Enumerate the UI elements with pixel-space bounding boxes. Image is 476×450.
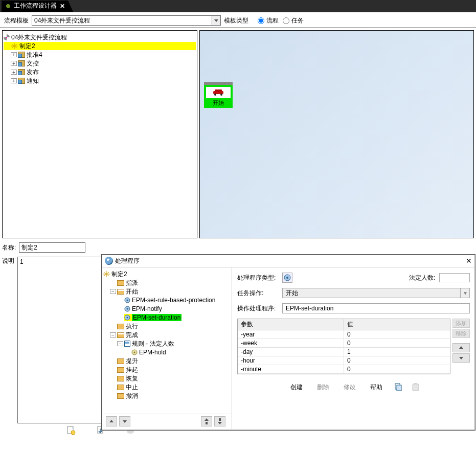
svg-point-25 — [134, 352, 135, 353]
tree-rule[interactable]: − 规则 - 法定人数 — [103, 340, 231, 348]
gear-icon — [124, 297, 130, 303]
collapse-icon[interactable]: − — [110, 289, 116, 294]
tree-handler[interactable]: EPM-hold — [103, 348, 231, 356]
row-down-button[interactable] — [452, 353, 470, 363]
table-row[interactable]: -minute0 — [238, 365, 450, 374]
tree-folder-open[interactable]: − 完成 — [103, 331, 231, 339]
tree-handler[interactable]: EPM-set-rule-based-protection — [103, 296, 231, 304]
insert-after-button[interactable] — [214, 416, 225, 426]
handler-input[interactable] — [282, 303, 470, 313]
help-button[interactable]: 帮助 — [367, 381, 386, 393]
remove-button[interactable]: 移除 — [452, 329, 470, 338]
tree-folder[interactable]: 提升 — [103, 357, 231, 365]
cell-param: -hour — [238, 356, 344, 365]
tree-folder[interactable]: 挂起 — [103, 366, 231, 374]
tree-item[interactable]: + 文控 — [4, 59, 196, 68]
folder-label: 中止 — [126, 383, 138, 392]
description-textarea[interactable]: 1 — [17, 257, 106, 423]
handler-label: 操作处理程序: — [237, 304, 278, 313]
tree-folder[interactable]: 执行 — [103, 322, 231, 330]
task-op-value: 开始 — [282, 288, 461, 298]
folder-icon — [117, 385, 124, 390]
folder-icon — [117, 367, 124, 373]
quorum-label: 法定人数: — [409, 274, 435, 282]
tree-item-label: 制定2 — [19, 42, 35, 51]
copy-icon[interactable] — [394, 382, 403, 392]
table-row[interactable]: -year0 — [238, 330, 450, 339]
handler-dialog: 处理程序 ✕ 制定2 指派 − 开始 — [101, 254, 475, 431]
template-combo[interactable] — [32, 15, 221, 26]
handler-type-icon[interactable] — [282, 273, 292, 283]
expand-icon[interactable]: + — [11, 61, 17, 66]
svg-point-21 — [127, 308, 128, 310]
gear-icon — [131, 349, 138, 355]
tree-folder[interactable]: 恢复 — [103, 374, 231, 382]
tree-item[interactable]: + 通知 — [4, 77, 196, 85]
sparkle-icon — [11, 43, 18, 49]
cell-param: -minute — [238, 365, 344, 373]
dialog-body: 制定2 指派 − 开始 EPM-set-rule-based-protectio… — [102, 267, 475, 430]
handler-label: EPM-notify — [132, 305, 162, 312]
description-label: 说明 — [2, 257, 14, 423]
chevron-down-icon[interactable]: ▾ — [461, 288, 470, 298]
expand-icon[interactable]: + — [11, 78, 17, 83]
folder-open-icon — [117, 332, 124, 338]
dialog-close-icon[interactable]: ✕ — [466, 257, 472, 265]
sparkle-icon — [103, 271, 110, 277]
move-down-button[interactable] — [119, 416, 130, 426]
start-node[interactable]: 开始 — [204, 82, 233, 108]
insert-before-button[interactable] — [201, 416, 212, 426]
param-table[interactable]: 参数 值 -year0 -week0 -day1 -hour0 -minute0 — [237, 319, 450, 374]
modify-button[interactable]: 修改 — [341, 381, 359, 393]
radio-task[interactable] — [283, 17, 289, 24]
tree-folder-open[interactable]: − 开始 — [103, 287, 231, 296]
template-dropdown-icon[interactable] — [212, 15, 221, 26]
task-op-combo[interactable]: 开始 ▾ — [282, 288, 470, 298]
move-up-button[interactable] — [106, 416, 117, 426]
tree-item[interactable]: + 批准4 — [4, 51, 196, 59]
tree-folder[interactable]: 指派 — [103, 279, 231, 287]
quorum-input[interactable] — [439, 273, 470, 282]
radio-process[interactable] — [258, 17, 264, 24]
template-input[interactable] — [32, 15, 212, 26]
tree-root-label: 制定2 — [111, 270, 127, 279]
gear-icon — [124, 306, 130, 312]
cell-value: 1 — [344, 348, 450, 356]
tree-item-selected[interactable]: 制定2 — [4, 42, 196, 50]
tab-workflow-designer[interactable]: 工作流程设计器 ✕ — [2, 1, 68, 12]
handler-label: EPM-set-duration — [132, 314, 182, 321]
tree-item[interactable]: + 发布 — [4, 68, 196, 76]
tree-folder[interactable]: 撤消 — [103, 392, 231, 400]
folder-icon — [117, 376, 124, 381]
row-up-button[interactable] — [452, 343, 470, 352]
handler-tree[interactable]: 制定2 指派 − 开始 EPM-set-rule-based-protectio… — [103, 269, 231, 414]
collapse-icon[interactable]: − — [110, 332, 116, 338]
tree-handler-selected[interactable]: EPM-set-duration — [103, 313, 231, 322]
tree-root[interactable]: 04外来文件受控流程 — [4, 33, 196, 41]
table-row[interactable]: -day1 — [238, 348, 450, 356]
delete-button[interactable]: 删除 — [314, 381, 332, 393]
create-button[interactable]: 创建 — [287, 381, 306, 393]
cell-value: 0 — [344, 365, 450, 373]
gear-icon — [124, 314, 130, 321]
cell-value: 0 — [344, 330, 450, 339]
add-button[interactable]: 添加 — [452, 319, 470, 328]
rule-label: 规则 - 法定人数 — [132, 340, 174, 348]
name-input[interactable] — [19, 242, 85, 253]
tree-folder[interactable]: 中止 — [103, 383, 231, 391]
expand-icon[interactable]: + — [11, 52, 17, 57]
collapse-icon[interactable]: − — [117, 341, 123, 346]
expand-icon[interactable]: + — [11, 70, 17, 75]
tree-root[interactable]: 制定2 — [103, 270, 231, 278]
document-new-icon[interactable] — [66, 426, 76, 435]
process-tree[interactable]: 04外来文件受控流程 制定2 + 批准4 + 文控 + 发布 — [3, 31, 197, 238]
svg-rect-7 — [215, 89, 222, 92]
table-row[interactable]: -hour0 — [238, 356, 450, 365]
tab-close-icon[interactable]: ✕ — [60, 3, 65, 10]
process-tree-pane: 04外来文件受控流程 制定2 + 批准4 + 文控 + 发布 — [2, 30, 197, 238]
paste-icon[interactable] — [411, 382, 420, 392]
workflow-canvas[interactable]: 开始 — [199, 30, 474, 238]
dialog-titlebar[interactable]: 处理程序 ✕ — [102, 255, 475, 267]
tree-handler[interactable]: EPM-notify — [103, 305, 231, 313]
table-row[interactable]: -week0 — [238, 339, 450, 348]
